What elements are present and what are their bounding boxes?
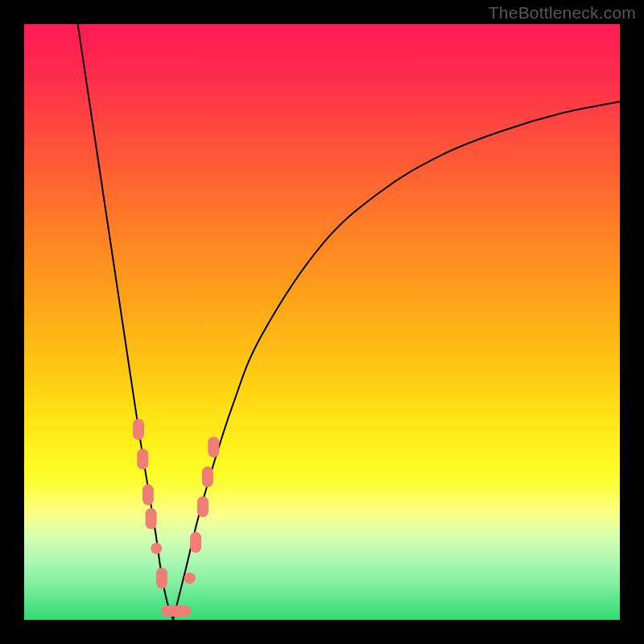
data-point [142,485,154,506]
curve-right-branch [173,101,620,620]
watermark-text: TheBottleneck.com [489,3,636,23]
data-point [190,532,201,553]
data-points-group [133,419,219,617]
data-point [171,605,191,617]
data-point [133,419,144,440]
data-point [208,436,219,457]
curve-left-branch [78,24,173,620]
data-point [146,508,157,529]
data-point [184,572,196,584]
chart-frame: TheBottleneck.com [0,0,644,644]
data-point [137,448,148,469]
plot-area [24,24,620,620]
data-point [197,496,208,517]
data-point [151,543,162,554]
chart-svg [24,24,620,620]
data-point [156,568,167,588]
data-point [202,466,213,487]
